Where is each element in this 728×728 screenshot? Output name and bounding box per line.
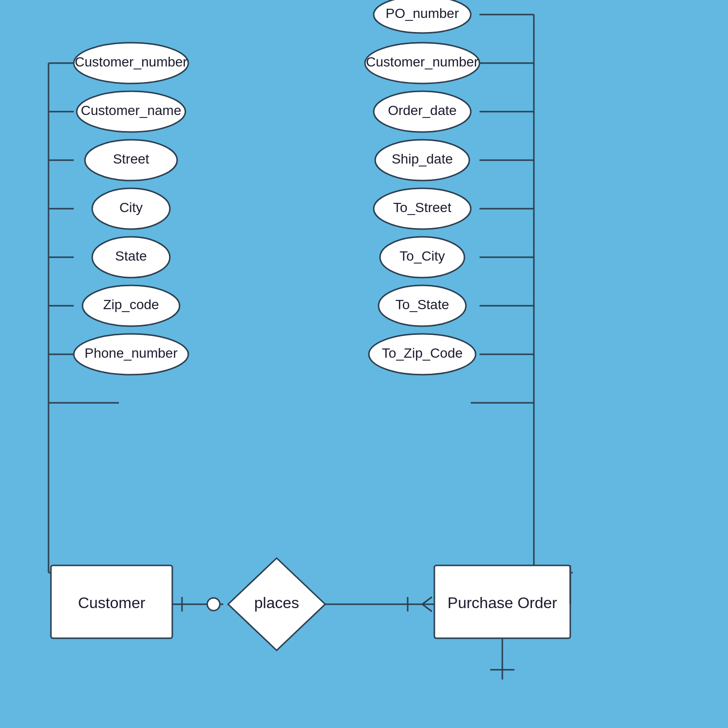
- attr-city-label: City: [119, 200, 143, 215]
- attr-state-label: State: [115, 248, 147, 264]
- attr-ship-date-label: Ship_date: [392, 151, 453, 166]
- attr-po-number-label: PO_number: [386, 6, 459, 21]
- attr-phone-number-label: Phone_number: [84, 346, 177, 361]
- purchase-order-entity-label: Purchase Order: [447, 594, 557, 612]
- attr-to-city-label: To_City: [399, 248, 445, 264]
- attr-street-label: Street: [113, 151, 149, 166]
- attr-order-customer-number-label: Customer_number: [366, 54, 479, 69]
- attr-customer-name-label: Customer_name: [81, 103, 182, 118]
- attr-order-date-label: Order_date: [388, 103, 457, 118]
- attr-to-state-label: To_State: [396, 297, 449, 312]
- attr-customer-number-label: Customer_number: [75, 54, 187, 69]
- customer-entity-label: Customer: [78, 594, 146, 612]
- svg-point-26: [207, 598, 220, 611]
- attr-to-street-label: To_Street: [393, 200, 451, 215]
- attr-to-zip-code-label: To_Zip_Code: [382, 346, 463, 361]
- places-label: places: [254, 594, 299, 612]
- attr-zip-code-label: Zip_code: [103, 297, 159, 312]
